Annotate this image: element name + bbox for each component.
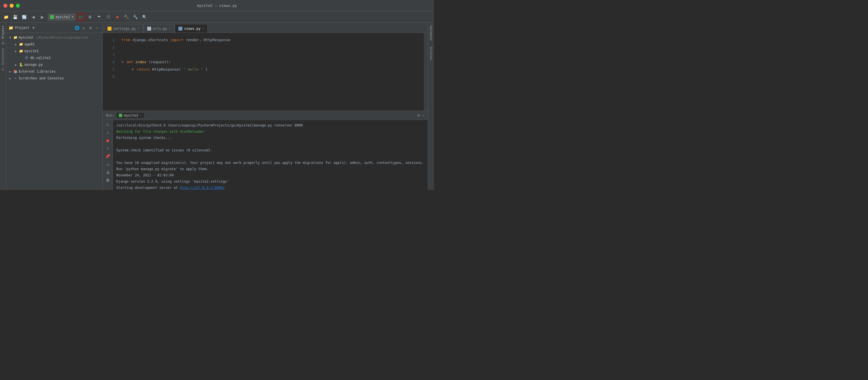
run-panel: Run: mysite2 ✕ ⚙ — ↻ ↓ ■ ↑ 📌 ↵ 🖨 (103, 110, 428, 190)
run-tab-mysite2[interactable]: mysite2 ✕ (117, 113, 144, 118)
project-header-icons: 🌐 ⚖ ⚙ — (74, 25, 100, 31)
pin-tab-icon[interactable]: 📌 (104, 153, 111, 160)
tab-close-urls[interactable]: ✕ (169, 27, 170, 30)
window-title: mysite2 – views.py (197, 3, 237, 8)
editor-scrollbar[interactable] (424, 33, 428, 110)
tree-sublabel: ~/PycharmProjects/gx/mysite2 (35, 36, 88, 39)
urls-tab-icon (147, 27, 151, 31)
project-panel-title: Project ▼ (15, 26, 72, 30)
sync-button[interactable]: 🔄 (21, 13, 28, 21)
run-output-line-1: /usr/local/bin/python3.9 /Users/wupeiqi/… (116, 122, 424, 128)
settings-gear-icon[interactable]: ⚙ (88, 25, 93, 31)
tree-arrow-collapsed-icon: ▶ (8, 70, 12, 73)
code-line-3 (121, 51, 419, 58)
main-toolbar: 📁 💾 🔄 ◀ ▶ mysite2 ▼ ▷ ⚙ ☂ ⏱ ■ 🔨 🔧 🔍 (0, 11, 434, 23)
folder-icon[interactable]: 📁 (2, 13, 10, 21)
run-config-label: mysite2 (56, 15, 70, 19)
libs-icon: 📚 (13, 69, 18, 74)
clear-output-icon[interactable]: 🗑 (104, 177, 111, 184)
tree-item-app01[interactable]: ▶ 📁 app01 (6, 41, 102, 48)
globe-icon[interactable]: 🌐 (74, 25, 80, 31)
code-editor[interactable]: 1 2 3 4 5 6 from django.shortcuts import… (103, 33, 428, 110)
stop-button[interactable]: ■ (114, 13, 121, 21)
minimize-panel-icon[interactable]: — (94, 25, 100, 31)
folder-icon: 📁 (19, 49, 23, 53)
line-numbers: 1 2 3 4 5 6 (103, 33, 117, 110)
build-button[interactable]: 🔨 (123, 13, 130, 21)
right-panel: settings.py ✕ urls.py ✕ views.py ✕ 1 2 3… (103, 23, 428, 190)
project-panel: 📁 Project ▼ 🌐 ⚖ ⚙ — ▼ 📁 mysite2 ~/Pychar… (6, 23, 103, 190)
tree-arrow-icon: ▼ (8, 36, 12, 39)
code-content[interactable]: from django.shortcuts import render, Htt… (117, 33, 424, 110)
right-tab-sciview[interactable]: SciView (429, 45, 433, 62)
run-output-line-5: System check identified no issues (0 sil… (116, 147, 424, 153)
tree-item-mysite2-sub[interactable]: ▶ 📁 mysite2 (6, 48, 102, 55)
title-bar: mysite2 – views.py (0, 0, 434, 11)
profile-button[interactable]: ⏱ (105, 13, 112, 21)
tab-close-settings[interactable]: ✕ (137, 27, 139, 30)
tree-label: app01 (24, 42, 35, 46)
stop-run-button[interactable]: ■ (104, 137, 111, 144)
run-tab-close-icon[interactable]: ✕ (140, 114, 142, 117)
tree-item-manage-py[interactable]: ▶ 🐍 manage.py (6, 61, 102, 68)
run-output-line-9: November 24, 2021 - 02:03:04 (116, 172, 424, 178)
tree-item-scratches[interactable]: ▶ ✎ Scratches and Consoles (6, 75, 102, 82)
py-file-icon: 🐍 (19, 62, 23, 67)
run-tab-icon (119, 114, 122, 117)
right-tab-database[interactable]: Database (429, 24, 433, 42)
settings-icon[interactable]: 🔧 (132, 13, 139, 21)
settings-tab-icon (107, 27, 112, 31)
run-config-selector[interactable]: mysite2 ▼ (48, 13, 76, 21)
tree-arrow-collapsed-icon: ▶ (14, 63, 18, 66)
db-icon: 🗄 (24, 56, 29, 60)
project-tree: ▼ 📁 mysite2 ~/PycharmProjects/gx/mysite2… (6, 33, 102, 190)
folder-icon: 📁 (13, 35, 18, 40)
tree-item-db-sqlite3[interactable]: ▶ 🗄 db.sqlite3 (6, 55, 102, 61)
scroll-down-icon[interactable]: ↓ (104, 129, 111, 136)
run-label: Run: (106, 114, 114, 118)
close-button[interactable] (3, 4, 7, 8)
run-settings-icon[interactable]: ⚙ (417, 113, 420, 118)
rerun-button[interactable]: ↻ (104, 121, 111, 128)
fullscreen-button[interactable] (16, 4, 20, 8)
tree-item-mysite2-root[interactable]: ▼ 📁 mysite2 ~/PycharmProjects/gx/mysite2 (6, 34, 102, 41)
coverage-button[interactable]: ☂ (96, 13, 103, 21)
code-line-1: from django.shortcuts import render, Htt… (121, 36, 419, 44)
balance-icon[interactable]: ⚖ (81, 25, 87, 31)
search-icon[interactable]: 🔍 (141, 13, 148, 21)
tree-label: manage.py (24, 63, 43, 67)
tree-arrow-collapsed-icon: ▶ (8, 76, 12, 80)
code-line-4: ▼ def index (request): (121, 58, 419, 66)
run-panel-header: Run: mysite2 ✕ ⚙ — (103, 111, 428, 120)
run-output-line-4 (116, 141, 424, 147)
tab-settings[interactable]: settings.py ✕ (104, 24, 143, 33)
far-right-tabs: Database SciView (428, 23, 434, 190)
tree-label: db.sqlite3 (30, 56, 51, 60)
code-line-6 (121, 73, 419, 81)
scroll-up-icon[interactable]: ↑ (104, 145, 111, 152)
run-output-line-6 (116, 153, 424, 160)
tab-close-views[interactable]: ✕ (202, 27, 204, 30)
run-button[interactable]: ⚙ (87, 13, 94, 21)
server-link[interactable]: http://127.0.0.1:8000/ (180, 186, 225, 190)
main-layout: 1: Project 2: Structure 📁 Project ▼ 🌐 ⚖ … (0, 23, 434, 190)
print-icon[interactable]: 🖨 (104, 169, 111, 176)
tree-label: External Libraries (19, 69, 56, 73)
tab-urls[interactable]: urls.py ✕ (144, 24, 175, 33)
sidebar-item-project[interactable]: 1: Project (1, 24, 5, 46)
scratches-icon: ✎ (13, 76, 18, 81)
sidebar-item-structure[interactable]: 2: Structure (1, 46, 5, 72)
save-button[interactable]: 💾 (11, 13, 19, 21)
run-output-line-8: Run 'python manage.py migrate' to apply … (116, 166, 424, 172)
minimize-button[interactable] (10, 4, 13, 8)
run-tab-label: mysite2 (124, 114, 138, 118)
project-panel-header: 📁 Project ▼ 🌐 ⚖ ⚙ — (6, 23, 102, 33)
forward-button[interactable]: ▶ (38, 13, 46, 21)
tree-arrow-collapsed-icon: ▶ (14, 49, 18, 53)
wrap-text-icon[interactable]: ↵ (104, 161, 111, 167)
debug-run-button[interactable]: ▷ (78, 13, 85, 21)
tree-item-external-libs[interactable]: ▶ 📚 External Libraries (6, 68, 102, 75)
back-button[interactable]: ◀ (30, 13, 37, 21)
run-minimize-icon[interactable]: — (422, 113, 424, 118)
tab-views[interactable]: views.py ✕ (175, 24, 208, 33)
